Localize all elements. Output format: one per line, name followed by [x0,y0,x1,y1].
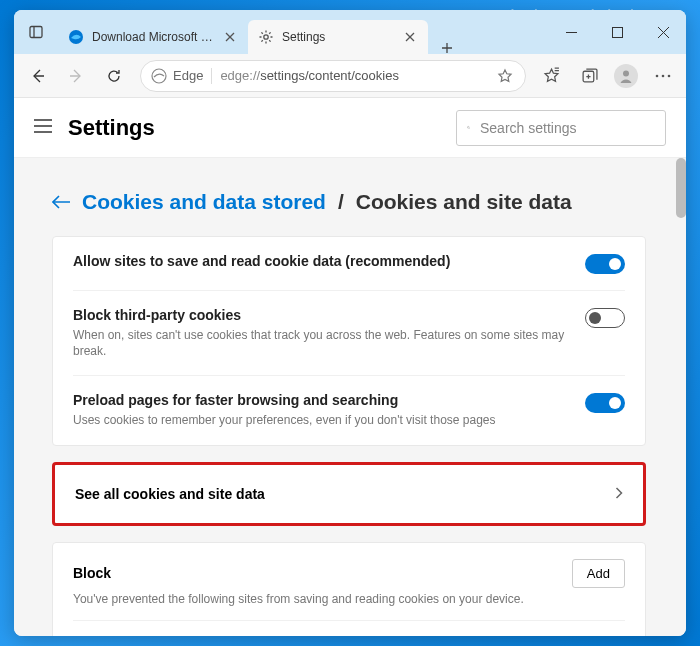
svg-point-29 [467,126,469,128]
cookie-settings-card: Allow sites to save and read cookie data… [52,236,646,446]
settings-header: Settings [14,98,686,158]
svg-point-23 [656,74,659,77]
toolbar: Edge edge://settings/content/cookies [14,54,686,98]
setting-title: See all cookies and site data [75,486,615,502]
add-button[interactable]: Add [572,559,625,588]
breadcrumb-current: Cookies and site data [356,190,572,214]
back-button[interactable] [20,60,56,92]
menu-button[interactable] [646,60,680,92]
collections-button[interactable] [572,60,606,92]
edge-logo-icon [151,68,167,84]
breadcrumb-link[interactable]: Cookies and data stored [82,190,326,214]
setting-title: Block third-party cookies [73,307,571,323]
svg-point-5 [264,35,268,39]
hamburger-icon[interactable] [34,119,54,137]
browser-window: Download Microsoft Edge Settings [14,10,686,636]
favorites-button[interactable] [534,60,568,92]
see-all-cookies-link[interactable]: See all cookies and site data [75,465,623,523]
setting-description: When on, sites can't use cookies that tr… [73,328,571,359]
block-empty-state: No sites added [73,621,625,636]
breadcrumb: Cookies and data stored / Cookies and si… [52,190,646,214]
setting-title: Preload pages for faster browsing and se… [73,392,571,408]
new-tab-button[interactable] [432,42,462,54]
setting-row-block-third-party: Block third-party cookies When on, sites… [73,291,625,376]
edge-favicon-icon [68,29,84,45]
window-controls [548,10,686,54]
svg-rect-11 [612,27,622,37]
breadcrumb-separator: / [338,190,344,214]
block-title: Block [73,565,572,581]
forward-button [58,60,94,92]
refresh-button[interactable] [96,60,132,92]
close-icon[interactable] [402,29,418,45]
page-title: Settings [68,115,442,141]
setting-title: Allow sites to save and read cookie data… [73,253,571,269]
tab-title: Settings [282,30,396,44]
profile-avatar[interactable] [614,64,638,88]
titlebar: Download Microsoft Edge Settings [14,10,686,54]
scrollbar[interactable] [676,158,686,218]
block-header: Block Add [73,543,625,592]
close-window-button[interactable] [640,10,686,54]
maximize-button[interactable] [594,10,640,54]
chevron-right-icon [615,485,623,503]
toggle-allow-cookies[interactable] [585,254,625,274]
svg-rect-0 [30,27,42,38]
see-all-cookies-card: See all cookies and site data [52,462,646,526]
close-icon[interactable] [222,29,238,45]
setting-row-preload: Preload pages for faster browsing and se… [73,376,625,445]
tab-settings[interactable]: Settings [248,20,428,54]
browser-label: Edge [173,68,203,83]
toggle-preload[interactable] [585,393,625,413]
toolbar-right [534,60,680,92]
setting-description: Uses cookies to remember your preference… [73,413,571,429]
tab-actions-icon[interactable] [14,10,58,54]
search-input[interactable] [480,120,655,136]
toggle-block-third-party[interactable] [585,308,625,328]
tab-download-edge[interactable]: Download Microsoft Edge [58,20,248,54]
favorite-icon[interactable] [495,68,515,84]
minimize-button[interactable] [548,10,594,54]
block-description: You've prevented the following sites fro… [73,592,625,621]
url-text: edge://settings/content/cookies [220,68,495,83]
block-section-card: Block Add You've prevented the following… [52,542,646,636]
svg-line-30 [469,128,470,129]
content-area: Cookies and data stored / Cookies and si… [14,158,686,636]
settings-search[interactable] [456,110,666,146]
breadcrumb-back-icon[interactable] [52,190,70,214]
address-bar[interactable]: Edge edge://settings/content/cookies [140,60,526,92]
tab-title: Download Microsoft Edge [92,30,216,44]
gear-icon [258,29,274,45]
svg-point-24 [662,74,665,77]
tab-strip: Download Microsoft Edge Settings [58,10,548,54]
site-identity[interactable]: Edge [151,68,212,84]
search-icon [467,120,470,135]
setting-row-allow: Allow sites to save and read cookie data… [73,237,625,291]
svg-point-22 [623,70,629,76]
svg-point-25 [668,74,671,77]
